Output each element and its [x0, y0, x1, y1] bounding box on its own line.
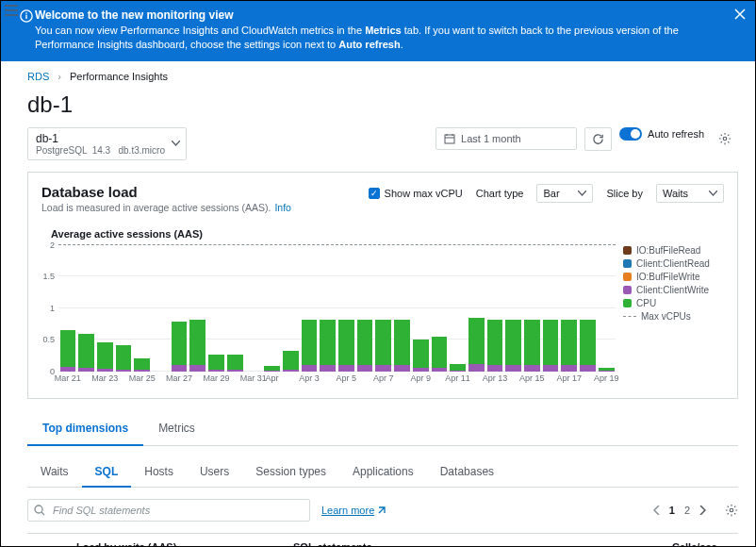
- bar-Apr 3[interactable]: [302, 320, 318, 372]
- tab-session-types[interactable]: Session types: [242, 457, 339, 487]
- chart-title: Average active sessions (AAS): [51, 228, 724, 240]
- tab-waits[interactable]: Waits: [27, 457, 82, 487]
- settings-button[interactable]: [712, 127, 738, 150]
- bar-Apr 12[interactable]: [468, 318, 485, 371]
- info-link[interactable]: Info: [274, 202, 291, 213]
- bar-Apr 18[interactable]: [580, 320, 596, 372]
- bar-Apr 1[interactable]: [264, 366, 280, 372]
- bar-Apr 13[interactable]: [487, 320, 503, 372]
- info-icon: [20, 9, 33, 23]
- breadcrumb: RDS › Performance Insights: [27, 71, 738, 82]
- table-header: Load by waits (AAS) SQL statements Calls…: [27, 533, 738, 547]
- tab-databases[interactable]: Databases: [427, 457, 507, 487]
- bar-Mar 23[interactable]: [97, 342, 113, 372]
- tab-top-dimensions[interactable]: Top dimensions: [27, 412, 143, 446]
- calendar-icon: [444, 133, 455, 144]
- bar-Mar 27[interactable]: [172, 322, 188, 371]
- time-range-select[interactable]: Last 1 month: [436, 127, 577, 150]
- page-title: db-1: [27, 91, 738, 118]
- tab-hosts[interactable]: Hosts: [131, 457, 187, 487]
- load-chart: 00.511.52 Mar 21Mar 23Mar 25Mar 27Mar 29…: [41, 245, 616, 387]
- database-load-panel: Database load Load is measured in averag…: [27, 172, 738, 399]
- learn-more-link[interactable]: Learn more: [321, 505, 386, 516]
- bar-Apr 16[interactable]: [543, 320, 559, 372]
- banner-body: You can now view Performance Insights an…: [35, 24, 727, 52]
- tab-metrics[interactable]: Metrics: [143, 412, 210, 445]
- tab-applications[interactable]: Applications: [339, 457, 427, 487]
- sql-search-box[interactable]: [27, 499, 310, 522]
- bar-Apr 6[interactable]: [357, 320, 373, 372]
- breadcrumb-root[interactable]: RDS: [27, 71, 49, 82]
- bar-Apr 5[interactable]: [338, 320, 354, 372]
- bar-Apr 7[interactable]: [375, 320, 391, 372]
- section-tabs: Top dimensions Metrics: [27, 412, 738, 446]
- chart-legend: IO:BufFileRead Client:ClientRead IO:BufF…: [616, 245, 724, 387]
- close-icon[interactable]: [734, 8, 746, 20]
- bar-Apr 17[interactable]: [561, 320, 577, 372]
- caret-down-icon: [172, 141, 180, 146]
- bar-Mar 28[interactable]: [189, 320, 205, 372]
- bar-Mar 24[interactable]: [116, 345, 132, 371]
- pagination: 1 2: [653, 505, 706, 516]
- page-next[interactable]: [699, 506, 706, 515]
- bar-Apr 15[interactable]: [524, 320, 540, 372]
- svg-point-6: [730, 508, 733, 512]
- banner-title: Welcome to the new monitoring view: [35, 8, 727, 22]
- bar-Apr 19[interactable]: [599, 368, 615, 372]
- svg-rect-1: [25, 15, 26, 19]
- page-1[interactable]: 1: [669, 505, 675, 516]
- page-2[interactable]: 2: [684, 505, 690, 516]
- show-max-vcpu-checkbox[interactable]: ✓Show max vCPU: [369, 188, 463, 199]
- bar-Mar 22[interactable]: [78, 334, 94, 372]
- tab-sql[interactable]: SQL: [82, 457, 132, 488]
- info-banner: Welcome to the new monitoring view You c…: [1, 1, 755, 61]
- bar-Mar 25[interactable]: [134, 358, 150, 371]
- svg-rect-3: [445, 135, 454, 143]
- bar-Apr 11[interactable]: [450, 364, 466, 371]
- page-prev[interactable]: [653, 506, 660, 515]
- search-input[interactable]: [51, 504, 304, 517]
- table-settings-button[interactable]: [725, 504, 738, 517]
- svg-rect-2: [25, 12, 26, 13]
- bar-Apr 8[interactable]: [394, 320, 410, 372]
- panel-title: Database load: [41, 184, 291, 200]
- bar-Apr 9[interactable]: [413, 340, 429, 371]
- bar-Apr 4[interactable]: [320, 320, 336, 372]
- chart-type-select[interactable]: Bar: [536, 184, 593, 203]
- tab-users[interactable]: Users: [187, 457, 242, 487]
- bar-Mar 30[interactable]: [227, 355, 243, 372]
- svg-point-4: [723, 137, 727, 141]
- bar-Mar 21[interactable]: [60, 330, 76, 372]
- dimension-tabs: Waits SQL Hosts Users Session types Appl…: [27, 457, 738, 488]
- bar-Apr 14[interactable]: [505, 320, 521, 372]
- bar-Mar 29[interactable]: [208, 355, 224, 372]
- bar-Apr 10[interactable]: [432, 337, 448, 372]
- svg-point-5: [35, 506, 42, 513]
- bar-Apr 2[interactable]: [283, 351, 299, 372]
- refresh-button[interactable]: [584, 127, 612, 151]
- hamburger-menu-icon[interactable]: [5, 5, 18, 16]
- auto-refresh-toggle[interactable]: Auto refresh: [619, 127, 704, 141]
- slice-by-select[interactable]: Waits: [656, 184, 724, 203]
- db-instance-select[interactable]: db-1 PostgreSQL 14.3 db.t3.micro: [27, 127, 187, 160]
- breadcrumb-current: Performance Insights: [70, 71, 168, 82]
- search-icon: [34, 505, 45, 516]
